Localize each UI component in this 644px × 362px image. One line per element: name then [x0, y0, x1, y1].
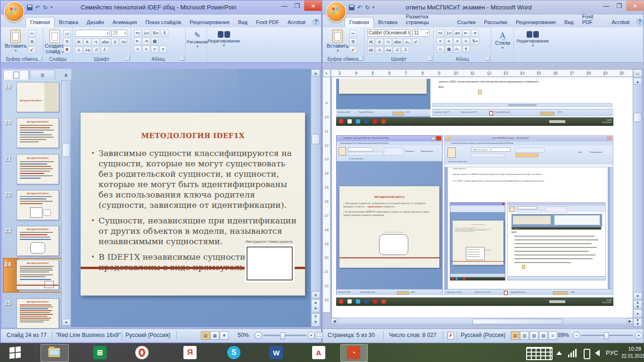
office-button[interactable]	[326, 1, 347, 22]
select-browse-object-button[interactable]: ●	[633, 309, 642, 318]
yandex-icon[interactable]: Я	[183, 346, 197, 359]
item[interactable]: ≡	[134, 46, 141, 53]
item[interactable]: К	[83, 39, 91, 46]
network-icon[interactable]	[568, 349, 577, 357]
new-slide-button[interactable]: Создать слайд ▾	[45, 30, 65, 54]
dialog-launcher-icon[interactable]	[359, 57, 363, 61]
pane-scrollbar[interactable]: ▼	[61, 80, 71, 326]
delete-slide-icon[interactable]: ✖	[63, 46, 71, 53]
item[interactable]: ▦	[151, 38, 158, 45]
zoom-in-icon[interactable]: +	[635, 332, 643, 339]
file-explorer-icon[interactable]	[48, 346, 61, 359]
language-indicator[interactable]: РУС	[606, 349, 618, 356]
scroll-right-icon[interactable]: ▶	[627, 318, 633, 324]
item[interactable]: А̂	[393, 47, 401, 54]
cut-icon[interactable]: ✂	[349, 30, 357, 37]
hscroll-thumb[interactable]	[472, 319, 563, 324]
format-painter-icon[interactable]: 🖌︎	[349, 46, 357, 53]
next-slide-button[interactable]: ▼▼	[311, 313, 320, 327]
item[interactable]: AV	[120, 39, 128, 46]
item[interactable]: abe	[393, 39, 403, 46]
item[interactable]: •≡	[134, 30, 141, 37]
word-count[interactable]: Число слов: 8 027	[389, 332, 439, 338]
horizontal-ruler[interactable]: 34567891011121314151617181920	[331, 69, 633, 77]
item[interactable]: ≡	[159, 46, 167, 53]
ppt-scroll-up-icon[interactable]: ▲	[311, 69, 320, 76]
styles-button[interactable]: А̲ Стили▾	[493, 31, 512, 50]
item[interactable]: Ч	[92, 39, 99, 46]
ppt-slide-canvas[interactable]: МЕТОДОЛОГИЯ IDEF1X Зависимые сущности кл…	[71, 69, 312, 327]
word-tab-ssylki[interactable]: Ссылки	[453, 17, 480, 27]
item[interactable]: ⇥	[471, 30, 479, 37]
item[interactable]: 1≡	[445, 30, 453, 37]
item[interactable]: К	[376, 39, 383, 46]
theme-name[interactable]: "Red Line Business 16x9"	[56, 332, 122, 338]
zoom-out-icon[interactable]: −	[573, 332, 580, 339]
font-name-combo[interactable]: ▾	[75, 30, 110, 37]
word-hscrollbar[interactable]: ◀ ▶	[331, 318, 633, 324]
outline-tab[interactable]: ≣	[30, 70, 55, 80]
help-icon[interactable]: ?	[313, 18, 320, 25]
pane-close-icon[interactable]: x	[65, 72, 70, 80]
spellcheck-icon[interactable]: ✗	[447, 332, 454, 339]
item[interactable]: ⇤	[462, 30, 470, 37]
item[interactable]: ⇤	[134, 38, 141, 45]
dialog-launcher-icon[interactable]	[125, 57, 130, 61]
word-maximize-button[interactable]: ❐	[613, 0, 625, 11]
ppt-tab-foxit[interactable]: Foxit PDF	[252, 17, 283, 27]
word-document-area[interactable]: Business 16x9" Русский (Россия) 50% сущн…	[331, 77, 633, 324]
item[interactable]: ⇥	[142, 38, 150, 45]
normal-view-icon[interactable]: ▤	[201, 331, 210, 340]
word-taskbar-icon[interactable]: W	[270, 346, 283, 359]
dialog-launcher-icon[interactable]	[486, 57, 490, 61]
acrobat-icon[interactable]: A	[312, 346, 325, 359]
dialog-launcher-icon[interactable]	[180, 57, 184, 61]
word-editing-button[interactable]: Редактирование▾	[515, 31, 551, 48]
item[interactable]: а≡	[454, 30, 461, 37]
embedded-screenshot-2[interactable]: Семейство технологий IDEF общ - Microsof…	[336, 135, 613, 306]
font-name-combo[interactable]: Calibri (Основной те▾	[367, 29, 411, 37]
word-scrollbar-thumb[interactable]	[634, 113, 642, 122]
view-ruler-icon[interactable]: ▭	[633, 69, 642, 77]
powerpoint-taskbar-icon[interactable]: ◔	[347, 346, 360, 359]
item[interactable]: ¶	[462, 46, 470, 53]
item[interactable]: ⇅≡	[471, 38, 479, 45]
touch-keyboard-icon[interactable]	[526, 347, 553, 360]
reset-slide-icon[interactable]: ⟲	[63, 38, 71, 45]
office-button[interactable]	[4, 1, 25, 22]
item[interactable]: ≡	[462, 38, 470, 45]
undo-icon[interactable]: ↶	[357, 3, 362, 12]
item[interactable]: ab	[367, 47, 375, 54]
volume-icon[interactable]	[595, 350, 600, 356]
draft-view-icon[interactable]: ≡	[548, 331, 557, 340]
item[interactable]: 1≡	[142, 30, 150, 37]
copy-icon[interactable]: ⧉	[28, 38, 36, 45]
item[interactable]: Ж	[75, 39, 83, 46]
copy-icon[interactable]: ⧉	[349, 38, 357, 45]
word-tab-foxit[interactable]: Foxit PDF	[578, 11, 608, 27]
item[interactable]: ◇	[437, 46, 444, 53]
drawing-button[interactable]: ✎ Рисование▾	[187, 31, 208, 49]
scroll-left-icon[interactable]: ◀	[331, 318, 338, 324]
item[interactable]: ⇅≡	[151, 30, 160, 37]
slides-tab[interactable]	[3, 70, 29, 80]
page-counter[interactable]: Страница: 5 из 30	[328, 332, 380, 338]
ppt-tab-acrobat[interactable]: Acrobat	[283, 17, 310, 27]
vertical-ruler[interactable]: 91011121314151617181920212223	[323, 77, 330, 312]
web-layout-icon[interactable]: ▧	[529, 331, 538, 340]
qat-dropdown-icon[interactable]: ▾	[50, 3, 52, 12]
redo-icon[interactable]: ↻	[43, 3, 48, 12]
item[interactable]: А	[376, 47, 383, 54]
format-painter-icon[interactable]: 🖌︎	[28, 46, 36, 53]
word-tab-recenzirovanie[interactable]: Рецензирование	[512, 17, 560, 27]
ppt-scrollbar-thumb[interactable]	[312, 134, 320, 144]
item[interactable]: ▦	[445, 46, 453, 53]
previous-page-button[interactable]: ▲▲	[633, 300, 642, 309]
word-tab-razmetka[interactable]: Разметка страницы	[402, 11, 453, 27]
ppt-tab-dizain[interactable]: Дизайн	[83, 17, 108, 27]
start-button[interactable]	[8, 346, 22, 359]
cut-icon[interactable]: ✂	[28, 30, 36, 37]
slide-sorter-icon[interactable]: ▦	[210, 331, 219, 340]
word-tab-glavnaya[interactable]: Главная	[345, 17, 374, 27]
dialog-launcher-icon[interactable]	[38, 57, 42, 61]
